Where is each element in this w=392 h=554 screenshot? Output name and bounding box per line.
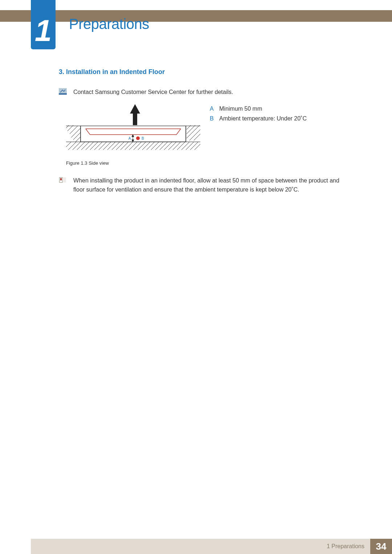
svg-line-40	[134, 142, 142, 150]
svg-point-59	[136, 136, 140, 140]
svg-line-43	[147, 142, 155, 150]
svg-rect-18	[81, 126, 186, 142]
svg-line-37	[121, 142, 128, 150]
page-content: 3. Installation in an Indented Floor Con…	[59, 68, 350, 194]
svg-line-38	[125, 142, 133, 150]
legend-text: Ambient temperature: Under 20˚C	[219, 114, 307, 123]
svg-line-21	[176, 129, 181, 135]
svg-line-27	[77, 142, 85, 150]
warning-row: When installing the product in an indent…	[59, 176, 350, 194]
svg-text:B: B	[142, 136, 144, 140]
page-footer: 1 Preparations 34	[0, 539, 392, 554]
svg-line-5	[66, 125, 69, 128]
svg-line-47	[164, 142, 172, 150]
svg-line-34	[107, 142, 115, 150]
svg-line-48	[168, 142, 176, 150]
legend-text: Minimum 50 mm	[219, 104, 262, 114]
svg-line-29	[86, 142, 94, 150]
svg-line-54	[195, 144, 200, 150]
svg-marker-2	[130, 104, 140, 125]
svg-line-20	[86, 129, 90, 135]
svg-line-39	[129, 142, 137, 150]
svg-line-53	[190, 142, 198, 150]
footer-section-label: 1 Preparations	[31, 539, 370, 554]
svg-rect-63	[63, 177, 66, 182]
info-note-text: Contact Samsung Customer Service Center …	[73, 87, 350, 97]
svg-line-24	[66, 142, 71, 147]
svg-rect-1	[59, 93, 67, 95]
legend-row-a: A Minimum 50 mm	[210, 104, 350, 114]
svg-line-30	[90, 142, 98, 150]
legend-row-b: B Ambient temperature: Under 20˚C	[210, 114, 350, 123]
legend-letter: A	[210, 104, 216, 114]
svg-line-46	[160, 142, 168, 150]
svg-line-32	[99, 142, 107, 150]
svg-line-8	[71, 128, 81, 138]
figure-side-view: A B Figure 1.3 Side view	[66, 103, 200, 166]
warning-text: When installing the product in an indent…	[73, 176, 350, 194]
svg-line-42	[142, 142, 150, 150]
figure-row: A B Figure 1.3 Side view A Minimum 50 mm…	[66, 103, 350, 166]
svg-line-10	[75, 137, 81, 142]
svg-line-28	[81, 142, 89, 150]
svg-line-25	[68, 142, 76, 150]
svg-line-14	[187, 125, 195, 134]
svg-line-33	[103, 142, 111, 150]
svg-line-31	[94, 142, 102, 150]
chapter-title: Preparations	[69, 16, 149, 32]
svg-line-16	[189, 130, 200, 140]
svg-line-51	[181, 142, 189, 150]
top-accent-bar	[0, 10, 392, 22]
figure-legend: A Minimum 50 mm B Ambient temperature: U…	[210, 103, 350, 124]
svg-line-36	[116, 142, 124, 150]
svg-text:A: A	[128, 136, 131, 140]
footer-page-number: 34	[370, 539, 392, 554]
svg-marker-57	[132, 135, 134, 137]
svg-line-7	[70, 126, 78, 134]
chapter-number: 1	[35, 15, 52, 46]
warning-icon	[59, 177, 67, 183]
note-icon	[59, 88, 67, 95]
svg-line-52	[186, 142, 194, 150]
svg-line-35	[112, 142, 120, 150]
svg-line-44	[151, 142, 159, 150]
svg-line-45	[155, 142, 163, 150]
svg-line-26	[73, 142, 81, 150]
svg-line-50	[177, 142, 185, 150]
chapter-number-badge: 1	[31, 0, 56, 49]
section-heading: 3. Installation in an Indented Floor	[59, 68, 350, 76]
svg-line-49	[173, 142, 181, 150]
figure-caption: Figure 1.3 Side view	[66, 160, 200, 166]
info-note-row: Contact Samsung Customer Service Center …	[59, 87, 350, 97]
svg-rect-62	[60, 178, 62, 180]
svg-line-9	[73, 132, 81, 140]
svg-line-41	[138, 142, 146, 150]
legend-letter: B	[210, 114, 216, 123]
svg-marker-58	[132, 140, 134, 142]
